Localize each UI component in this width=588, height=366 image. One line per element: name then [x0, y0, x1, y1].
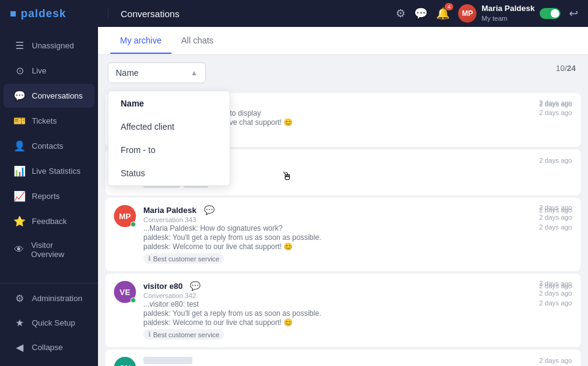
- chat-icon: 💬: [204, 205, 214, 215]
- filter-option-from-to[interactable]: From - to: [111, 139, 227, 161]
- time-2: 2 days ago: [539, 214, 572, 221]
- topnav-actions: ⚙ 💬 🔔 4 MP Maria Paldesk My team ↩: [396, 4, 578, 23]
- time-2: 2 days ago: [539, 109, 572, 116]
- sidebar-label-contacts: Contacts: [32, 141, 63, 151]
- chevron-up-icon: ▲: [190, 69, 198, 77]
- status-toggle[interactable]: [540, 8, 560, 19]
- page-title: Conversations: [108, 9, 396, 19]
- message-preview: ...Maria Paldesk: How do signatures work…: [143, 224, 572, 233]
- table-row[interactable]: CN 2 days ago Conversation 341: [105, 349, 581, 366]
- sidebar-label-live-statistics: Live Statistics: [32, 166, 80, 176]
- sidebar-label-quick-setup: Quick Setup: [32, 318, 75, 327]
- table-row[interactable]: MP Maria Paldesk 💬 2 days ago Conversati…: [105, 198, 581, 271]
- conversation-tag: ℹ Best customer service: [143, 329, 224, 340]
- tickets-icon: 🎫: [13, 115, 26, 127]
- sidebar-label-conversations: Conversations: [32, 91, 83, 100]
- content-area: My archive All chats Name ▲ Name Affecte…: [98, 27, 588, 366]
- sidebar-item-collapse[interactable]: ◀ Collapse: [4, 335, 94, 359]
- live-icon: ⊙: [13, 65, 26, 77]
- tag-icon: ℹ: [148, 331, 151, 338]
- sidebar-item-unassigned[interactable]: ☰ Unassigned: [4, 34, 94, 58]
- conversation-id: Conversation 342: [143, 292, 572, 299]
- sidebar-label-visitor-overview: Visitor Overview: [31, 241, 85, 259]
- sidebar-item-visitor-overview[interactable]: 👁 Visitor Overview: [4, 234, 94, 265]
- conversations-list-area: Name ▲ Name Affected client From - to St…: [98, 55, 588, 366]
- collapse-icon: ◀: [13, 342, 26, 353]
- sidebar-item-live[interactable]: ⊙ Live: [4, 59, 94, 83]
- tab-all-chats[interactable]: All chats: [172, 28, 224, 54]
- sidebar-label-administration: Administration: [32, 294, 82, 303]
- live-statistics-icon: 📊: [13, 165, 26, 177]
- tag-icon: ℹ: [148, 255, 151, 263]
- sidebar-label-collapse: Collapse: [32, 343, 63, 352]
- sidebar-label-feedback: Feedback: [32, 217, 67, 226]
- sidebar: ☰ Unassigned ⊙ Live 💬 Conversations 🎫 Ti…: [0, 27, 98, 366]
- time-2: 2 days ago: [539, 289, 572, 297]
- message-preview-3: paldesk: Welcome to our live chat suppor…: [143, 318, 572, 327]
- notifications-icon[interactable]: 🔔 4: [436, 7, 450, 20]
- sidebar-label-unassigned: Unassigned: [32, 41, 74, 50]
- main-layout: ☰ Unassigned ⊙ Live 💬 Conversations 🎫 Ti…: [0, 27, 588, 366]
- status-indicator: [130, 222, 136, 227]
- blurred-name: [143, 357, 192, 364]
- sidebar-item-contacts[interactable]: 👤 Contacts: [4, 134, 94, 158]
- time-1: 2 days ago: [539, 280, 572, 287]
- quick-setup-icon: ★: [13, 317, 26, 329]
- filter-dropdown[interactable]: Name ▲: [108, 62, 206, 83]
- filter-dropdown-menu: Name Affected client From - to Status: [108, 91, 230, 186]
- reports-icon: 📈: [13, 190, 26, 202]
- avatar: CN: [114, 357, 136, 366]
- time-3: 2 days ago: [539, 223, 572, 231]
- sidebar-item-conversations[interactable]: 💬 Conversations: [4, 84, 94, 108]
- visitor-overview-icon: 👁: [13, 244, 25, 255]
- time-1: 2 days ago: [539, 204, 572, 211]
- pagination-count: 10/24: [556, 64, 576, 73]
- sidebar-label-tickets: Tickets: [32, 116, 57, 125]
- sidebar-item-administration[interactable]: ⚙ Administration: [4, 286, 94, 310]
- sidebar-item-feedback[interactable]: ⭐ Feedback: [4, 209, 94, 233]
- tabs-bar: My archive All chats: [98, 27, 588, 55]
- logout-icon[interactable]: ↩: [569, 7, 578, 20]
- sidebar-item-quick-setup[interactable]: ★ Quick Setup: [4, 311, 94, 335]
- conversation-name: visitor e80: [143, 282, 183, 291]
- user-name: Maria Paldesk: [481, 4, 535, 14]
- table-row[interactable]: VE visitor e80 💬 2 days ago Conversation…: [105, 274, 581, 347]
- message-preview: ...visitor e80: test: [143, 300, 572, 308]
- conversation-time: 2 days ago: [539, 357, 572, 364]
- notification-badge: 4: [445, 3, 453, 10]
- time-3: 2 days ago: [539, 299, 572, 307]
- conversation-id: Conversation 343: [143, 216, 572, 223]
- top-navigation: ■ paldesk Conversations ⚙ 💬 🔔 4 MP Maria…: [0, 0, 588, 27]
- sidebar-item-live-statistics[interactable]: 📊 Live Statistics: [4, 159, 94, 183]
- conversation-tag: ℹ Best customer service: [143, 253, 224, 264]
- tab-my-archive[interactable]: My archive: [110, 28, 172, 54]
- status-indicator: [130, 297, 136, 303]
- conversation-name: Maria Paldesk: [143, 206, 197, 215]
- contacts-icon: 👤: [13, 140, 26, 152]
- administration-icon: ⚙: [13, 293, 26, 304]
- time-1: 2 days ago: [539, 99, 572, 106]
- sidebar-label-live: Live: [32, 66, 47, 75]
- filter-row: Name ▲: [98, 55, 588, 91]
- sidebar-item-reports[interactable]: 📈 Reports: [4, 184, 94, 208]
- unassigned-icon: ☰: [13, 40, 26, 51]
- sidebar-label-reports: Reports: [32, 192, 60, 201]
- logo: ■ paldesk: [10, 7, 96, 20]
- avatar: VE: [114, 281, 136, 303]
- message-preview-2: paldesk: You'll get a reply from us as s…: [143, 309, 572, 318]
- user-team: My team: [481, 14, 535, 23]
- filter-option-name[interactable]: Name: [111, 92, 227, 114]
- feedback-icon: ⭐: [13, 215, 26, 227]
- conversations-icon: 💬: [13, 90, 26, 102]
- conversation-time: 2 days ago: [539, 157, 572, 164]
- chat-icon: 💬: [190, 281, 200, 291]
- settings-icon[interactable]: ⚙: [396, 7, 405, 20]
- chat-icon[interactable]: 💬: [414, 7, 428, 20]
- message-preview-3: paldesk: Welcome to our live chat suppor…: [143, 242, 572, 251]
- filter-option-status[interactable]: Status: [111, 162, 227, 184]
- filter-label: Name: [116, 68, 138, 78]
- avatar: MP: [458, 4, 477, 23]
- filter-option-affected-client[interactable]: Affected client: [111, 116, 227, 138]
- sidebar-item-tickets[interactable]: 🎫 Tickets: [4, 109, 94, 133]
- user-profile[interactable]: MP Maria Paldesk My team: [458, 4, 560, 23]
